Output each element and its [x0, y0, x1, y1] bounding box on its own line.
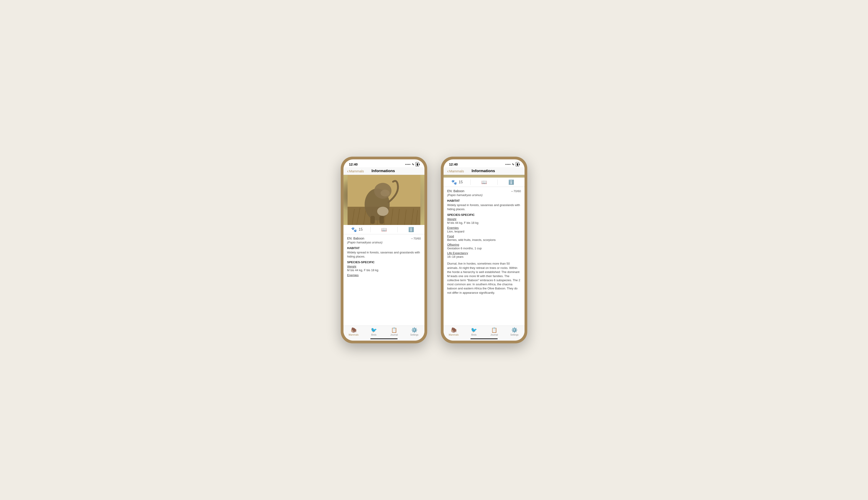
detail-content[interactable]: EN: Baboon ↔70/60 (Papio hamadryas ursin…	[343, 234, 424, 326]
mammals-label-2: Mammals	[449, 333, 459, 336]
back-label: Mammals	[349, 169, 364, 173]
food-label: Food	[447, 235, 521, 238]
tab-birds-2[interactable]: 🐦 Birds	[464, 327, 484, 336]
battery-icon-2: ▮	[516, 162, 519, 167]
birds-label: Birds	[371, 333, 376, 336]
weight-label: Weight	[347, 265, 421, 268]
settings-label-2: Settings	[510, 333, 518, 336]
tab-mammals[interactable]: 🦣 Mammals	[343, 327, 364, 336]
paw-count: 15	[359, 227, 363, 231]
status-time: 12:40	[349, 162, 357, 166]
svg-rect-17	[370, 216, 375, 224]
settings-label: Settings	[410, 333, 418, 336]
status-time-2: 12:40	[449, 162, 458, 166]
info-tab[interactable]: ℹ️	[398, 227, 424, 232]
journal-label-2: Journal	[490, 333, 498, 336]
info-icon-2: ℹ️	[508, 179, 514, 185]
nav-title: Informations	[372, 169, 395, 173]
wifi-icon-2: ∿	[512, 162, 514, 166]
animal-latin-name-2: (Papio hamadryas ursinus)	[447, 193, 521, 197]
animal-latin-name: (Papio hamadryas ursinus)	[347, 241, 421, 244]
info-tabs-row-2: 🐾 15 📖 ℹ️	[444, 178, 525, 187]
animal-image	[343, 175, 424, 225]
book-tab[interactable]: 📖	[371, 227, 398, 232]
enemies-label: Enemies	[347, 273, 421, 277]
settings-icon-2: ⚙️	[511, 327, 517, 333]
back-button[interactable]: ‹ Mammals	[347, 169, 364, 173]
journal-label: Journal	[390, 333, 398, 336]
animal-photo	[343, 175, 424, 225]
book-icon: 📖	[381, 227, 387, 232]
svg-point-15	[380, 190, 390, 196]
weight-value-2: M bis 44 kg, F bis 18 kg	[447, 221, 521, 225]
weight-label-2: Weight	[447, 217, 521, 221]
book-tab-2[interactable]: 📖	[471, 179, 498, 185]
animal-common-name: EN: Baboon ↔70/60	[347, 237, 421, 240]
paw-count-2: 15	[459, 180, 463, 184]
content-area: 🐾 15 📖 ℹ️ EN: Baboon ↔70/60 (Papio hamad…	[343, 175, 424, 326]
settings-icon: ⚙️	[411, 327, 418, 333]
phone-2: 12:40 ∿ ▮ ‹ Mammals Informations	[441, 157, 527, 343]
paw-icon-2: 🐾	[451, 179, 457, 185]
info-icon: ℹ️	[408, 227, 414, 232]
nav-title-2: Informations	[471, 169, 495, 173]
nav-title-section-2: Informations	[464, 169, 503, 173]
species-specific-title: SPECIES-SPECIFIC	[347, 260, 421, 264]
life-expectancy-label: Life Expectancy	[447, 251, 521, 255]
weight-value: M bis 44 kg, F bis 18 kg	[347, 268, 421, 272]
habitat-text: Widely spread in forests, savannas and g…	[347, 250, 421, 259]
paw-icon: 🐾	[351, 227, 357, 232]
tab-birds[interactable]: 🐦 Birds	[364, 327, 384, 336]
tab-journal-2[interactable]: 📋 Journal	[484, 327, 504, 336]
status-icons-2: ∿ ▮	[505, 162, 519, 167]
wifi-icon: ∿	[412, 162, 414, 166]
back-label-2: Mammals	[449, 169, 464, 173]
mammals-icon: 🦣	[351, 327, 357, 333]
habitat-text-2: Widely spread in forests, savannas and g…	[447, 203, 521, 211]
signal-icon	[405, 164, 410, 165]
chevron-left-icon-2: ‹	[447, 169, 449, 173]
mammals-icon-2: 🦣	[450, 327, 457, 333]
paw-tab[interactable]: 🐾 15	[343, 227, 371, 232]
image-peek	[444, 175, 525, 178]
book-icon-2: 📖	[481, 179, 487, 185]
chevron-left-icon: ‹	[347, 169, 349, 173]
birds-icon: 🐦	[371, 327, 377, 333]
content-area-2: 🐾 15 📖 ℹ️ EN: Baboon ↔70/60 (Papio hamad…	[444, 175, 525, 326]
journal-icon-2: 📋	[491, 327, 497, 333]
tab-settings[interactable]: ⚙️ Settings	[404, 327, 424, 336]
svg-rect-18	[379, 216, 384, 224]
home-indicator-2	[470, 338, 498, 339]
svg-point-16	[377, 207, 388, 216]
birds-icon-2: 🐦	[471, 327, 477, 333]
enemies-label-2: Enemies	[447, 226, 521, 229]
home-indicator	[370, 338, 398, 339]
habitat-title: HABITAT	[347, 246, 421, 250]
info-tabs-row: 🐾 15 📖 ℹ️	[343, 225, 424, 234]
description-section: Diurnal, live in hordes, sometimes more …	[447, 262, 521, 295]
species-specific-title-2: SPECIES-SPECIFIC	[447, 213, 521, 217]
offspring-value: Gestation 6 months, 1 cup	[447, 246, 521, 250]
tab-journal[interactable]: 📋 Journal	[384, 327, 404, 336]
paw-tab-2[interactable]: 🐾 15	[444, 179, 471, 185]
notch-2	[469, 159, 499, 166]
tab-settings-2[interactable]: ⚙️ Settings	[504, 327, 525, 336]
offspring-label: Offspring	[447, 243, 521, 246]
enemies-value-2: Lion, leopard	[447, 229, 521, 234]
battery-icon: ▮	[415, 162, 419, 167]
animal-size-2: ↔70/60	[511, 190, 521, 193]
back-button-2[interactable]: ‹ Mammals	[447, 169, 464, 173]
info-tab-2[interactable]: ℹ️	[498, 179, 525, 185]
mammals-label: Mammals	[349, 333, 359, 336]
nav-title-section: Informations	[364, 169, 403, 173]
food-value: Berries, wild fruits, insects, scorpions	[447, 238, 521, 242]
birds-label-2: Birds	[471, 333, 477, 336]
animal-common-name-2: EN: Baboon ↔70/60	[447, 189, 521, 193]
phone-1: 12:40 ∿ ▮ ‹ Mammals Informations	[341, 157, 427, 343]
tab-mammals-2[interactable]: 🦣 Mammals	[444, 327, 464, 336]
notch	[369, 159, 399, 166]
nav-bar-2: ‹ Mammals Informations	[444, 167, 525, 175]
habitat-title-2: HABITAT	[447, 199, 521, 202]
life-expectancy-value: 16–18 years	[447, 255, 521, 259]
detail-content-2[interactable]: EN: Baboon ↔70/60 (Papio hamadryas ursin…	[444, 187, 525, 326]
